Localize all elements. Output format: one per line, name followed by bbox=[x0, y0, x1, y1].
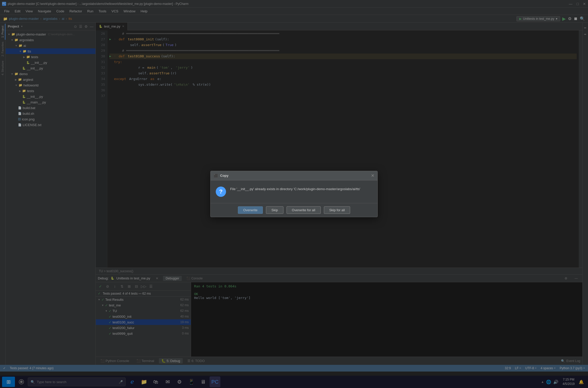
overwrite-button[interactable]: Overwrite bbox=[238, 206, 263, 214]
modal-footer: Overwrite Skip Overwrite for all Skip fo… bbox=[211, 203, 377, 217]
modal-message: File '__init__.py' already exists in dir… bbox=[230, 187, 360, 192]
copy-dialog: ⬛ Copy ✕ ? File '__init__.py' already ex… bbox=[210, 171, 378, 217]
skip-all-button[interactable]: Skip for all bbox=[324, 206, 350, 214]
modal-overlay: ⬛ Copy ✕ ? File '__init__.py' already ex… bbox=[0, 0, 588, 388]
skip-button[interactable]: Skip bbox=[266, 206, 283, 214]
overwrite-all-button[interactable]: Overwrite for all bbox=[287, 206, 321, 214]
modal-close-button[interactable]: ✕ bbox=[371, 173, 374, 178]
modal-header: ⬛ Copy ✕ bbox=[211, 171, 377, 180]
modal-body: ? File '__init__.py' already exists in d… bbox=[211, 180, 377, 203]
modal-title: Copy bbox=[220, 174, 369, 178]
modal-question-icon: ? bbox=[216, 187, 226, 197]
modal-title-icon: ⬛ bbox=[214, 174, 218, 178]
